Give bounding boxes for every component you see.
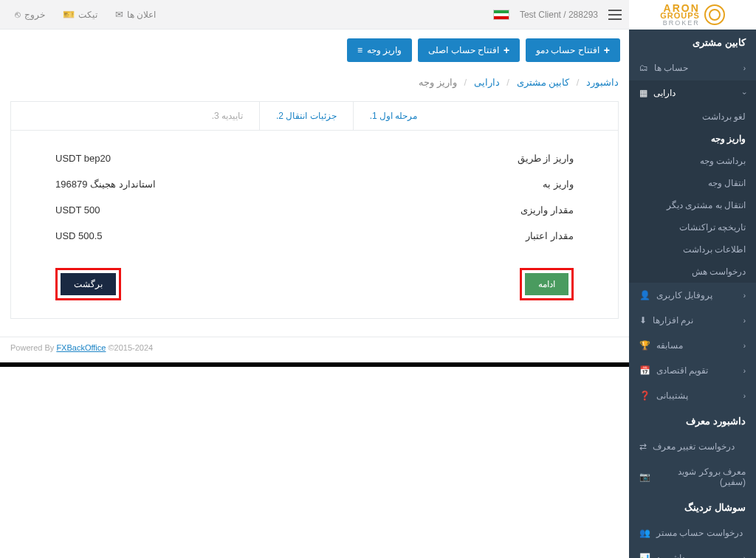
footer-years: ©2015-2024	[106, 343, 153, 352]
sidebar-item-dashboard[interactable]: ‹ داشبورد📊	[629, 545, 756, 558]
tab-num: .1	[370, 111, 377, 121]
chevron-left-icon: ‹	[743, 64, 746, 72]
sub-cancel-withdraw[interactable]: لغو برداشت	[629, 106, 756, 128]
summary-table: واریز از طریق USDT bep20 واریز به استاند…	[11, 131, 618, 264]
highlight-back: برگشت	[55, 268, 121, 300]
kv-label: واریز به	[543, 179, 574, 190]
kv-value: USDT 500	[55, 204, 100, 216]
people-icon: 👥	[639, 528, 650, 538]
ticket-icon: 🎫	[63, 9, 75, 20]
tab-step2[interactable]: جزئیات انتقال .2	[260, 102, 354, 130]
plus-icon: +	[504, 44, 509, 56]
sidebar: ARON GROUPS BROKER کابین مشتری ‹ حساب ها…	[629, 0, 756, 558]
sidebar-item-label: معرف بروکر شوید (سفیر)	[656, 466, 746, 487]
sidebar-item-label: پروفایل کاربری	[656, 290, 712, 300]
chevron-left-icon: ‹	[743, 554, 746, 559]
user-icon: 👤	[639, 290, 650, 300]
kv-row: مقدار واریزی USDT 500	[55, 197, 574, 223]
top-link-label: خروج	[24, 10, 45, 20]
btn-label: افتتاح حساب اصلی	[428, 45, 499, 55]
chart-icon: 📊	[639, 553, 650, 558]
highlight-continue: ادامه	[520, 268, 574, 300]
logo-text: ARON GROUPS BROKER	[660, 4, 700, 27]
tab-num: .2	[276, 111, 284, 121]
chevron-left-icon: ‹	[743, 317, 746, 325]
breadcrumb: داشبورد / کابین مشتری / دارایی / واریز و…	[0, 71, 629, 94]
sidebar-item-label: پشتیبانی	[656, 390, 688, 401]
top-link-label: تیکت	[78, 10, 97, 20]
sub-hash-request[interactable]: درخواست هش	[629, 261, 756, 283]
kv-value: استاندارد هجینگ 196879	[55, 179, 156, 190]
sidebar-item-profile[interactable]: ‹ پروفایل کاربری👤	[629, 283, 756, 308]
top-ticket[interactable]: تیکت 🎫	[55, 4, 105, 24]
sidebar-section-client: کابین مشتری	[629, 30, 756, 55]
sidebar-item-label: مسابقه	[656, 340, 683, 351]
crumb-current: واریز وجه	[419, 77, 457, 88]
sidebar-item-label: درخواست حساب مستر	[656, 528, 743, 538]
tab-label: مرحله اول	[379, 111, 417, 121]
sidebar-item-assets[interactable]: ‹ دارایی▦	[629, 80, 756, 106]
top-announcements[interactable]: اعلان ها ✉	[108, 4, 163, 24]
sidebar-item-ib-become[interactable]: معرف بروکر شوید (سفیر)📷	[629, 459, 756, 495]
crumb-assets[interactable]: دارایی	[474, 77, 500, 88]
deposit-button[interactable]: ≡ واریز وجه	[347, 38, 412, 62]
open-demo-account-button[interactable]: افتتاح حساب دمو +	[526, 38, 620, 62]
sidebar-item-label: داشبورد	[656, 553, 685, 558]
client-id: Test Client / 288293	[520, 10, 598, 20]
topbar: Test Client / 288293 اعلان ها ✉ تیکت 🎫 خ…	[0, 0, 629, 30]
sidebar-item-support[interactable]: ‹ پشتیبانی❓	[629, 383, 756, 408]
download-icon: ⬇	[639, 315, 647, 326]
btn-label: واریز وجه	[367, 45, 402, 55]
sidebar-item-label: حساب ها	[654, 63, 688, 73]
sub-withdraw[interactable]: برداشت وجه	[629, 150, 756, 172]
sidebar-item-apps[interactable]: ‹ نرم افزارها⬇	[629, 308, 756, 333]
kv-label: مقدار واریزی	[520, 204, 574, 216]
wizard-tabs: مرحله اول .1 جزئیات انتقال .2 تاییدیه .3	[11, 102, 618, 131]
logout-icon: ⎋	[15, 9, 21, 20]
chevron-left-icon: ‹	[743, 292, 746, 300]
sidebar-item-label: درخواست تغییر معرف	[653, 441, 735, 452]
continue-button[interactable]: ادامه	[525, 273, 568, 295]
sub-transfer-other[interactable]: انتقال به مشتری دیگر	[629, 194, 756, 216]
sidebar-item-calendar[interactable]: ‹ تقویم اقتصادی📅	[629, 358, 756, 383]
sidebar-item-contest[interactable]: ‹ مسابقه🏆	[629, 333, 756, 358]
tab-step3: تاییدیه .3	[196, 102, 260, 130]
tab-step1[interactable]: مرحله اول .1	[354, 102, 434, 130]
main: Test Client / 288293 اعلان ها ✉ تیکت 🎫 خ…	[0, 0, 629, 558]
sub-transfer[interactable]: انتقال وجه	[629, 172, 756, 194]
flag-ir-icon[interactable]	[493, 10, 509, 20]
sidebar-item-ib-change[interactable]: درخواست تغییر معرف⇄	[629, 434, 756, 459]
btn-label: افتتاح حساب دمو	[536, 45, 599, 55]
crumb-dashboard[interactable]: داشبورد	[586, 77, 619, 88]
trophy-icon: 🏆	[639, 340, 650, 351]
chevron-left-icon: ‹	[743, 342, 746, 350]
top-logout[interactable]: خروج ⎋	[7, 4, 52, 24]
plus-icon: +	[604, 44, 610, 56]
crumb-cabinet[interactable]: کابین مشتری	[517, 77, 570, 88]
footer-text: Powered By	[10, 343, 56, 352]
camera-icon: 📷	[639, 472, 650, 482]
logo-line3: BROKER	[660, 20, 700, 26]
sidebar-item-label: دارایی	[653, 88, 676, 98]
action-buttons-row: ≡ واریز وجه افتتاح حساب اصلی + افتتاح حس…	[0, 30, 629, 71]
open-real-account-button[interactable]: افتتاح حساب اصلی +	[418, 38, 520, 62]
sub-deposit[interactable]: واریز وجه	[629, 128, 756, 150]
calendar-icon: 📅	[639, 365, 650, 376]
kv-value: USDT bep20	[55, 153, 111, 164]
menu-toggle[interactable]	[608, 10, 622, 20]
tab-num: .3	[212, 111, 219, 121]
sidebar-item-accounts[interactable]: ‹ حساب ها🗂	[629, 55, 756, 80]
sub-tx-history[interactable]: تاریخچه تراکنشات	[629, 216, 756, 238]
sidebar-section-social: سوشال تردینگ	[629, 495, 756, 520]
sidebar-item-master-req[interactable]: درخواست حساب مستر👥	[629, 520, 756, 545]
logo-icon	[704, 4, 725, 25]
action-row: ادامه برگشت	[11, 264, 618, 318]
sub-withdraw-info[interactable]: اطلاعات برداشت	[629, 238, 756, 261]
kv-label: واریز از طریق	[518, 153, 574, 164]
kv-value: USD 500.5	[55, 230, 103, 241]
footer-brand-link[interactable]: FXBackOffice	[56, 343, 106, 352]
chevron-down-icon: ‹	[740, 92, 749, 94]
deposit-panel: مرحله اول .1 جزئیات انتقال .2 تاییدیه .3…	[10, 101, 619, 319]
back-button[interactable]: برگشت	[61, 273, 116, 295]
top-link-label: اعلان ها	[127, 10, 156, 20]
